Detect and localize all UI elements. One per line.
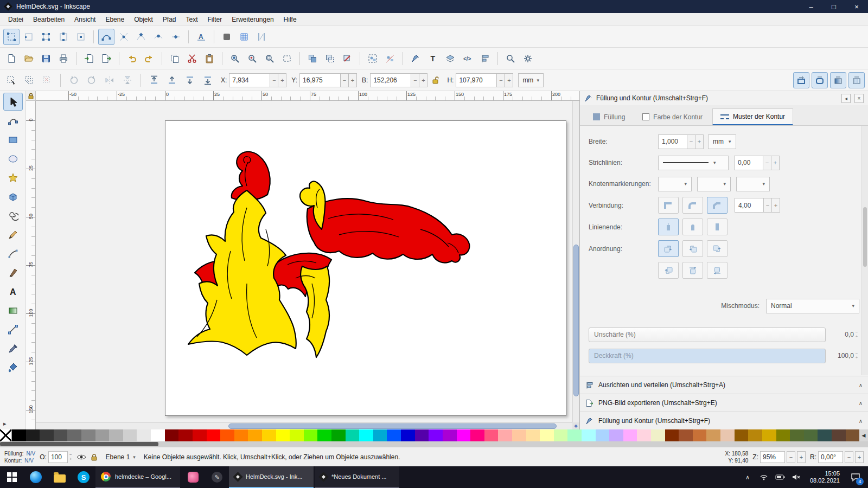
- opacity-spin[interactable]: −+: [854, 351, 859, 360]
- palette-swatch[interactable]: [54, 429, 68, 441]
- palette-swatch[interactable]: [651, 429, 665, 441]
- height-input[interactable]: 107,970: [456, 73, 497, 87]
- snap-smooth-nodes-toggle[interactable]: [150, 29, 167, 45]
- order-button-1[interactable]: [658, 240, 679, 257]
- scale-patterns-toggle[interactable]: [848, 72, 865, 88]
- vertical-ruler[interactable]: 0255075100125150: [26, 101, 36, 429]
- snap-path-intersections-toggle[interactable]: [116, 29, 132, 45]
- palette-scroll-thumb[interactable]: [0, 442, 158, 446]
- export-button[interactable]: [98, 50, 114, 67]
- menu-item-erweiterungen[interactable]: Erweiterungen: [227, 14, 278, 25]
- palette-swatch[interactable]: [81, 429, 95, 441]
- scale-gradients-toggle[interactable]: [830, 72, 846, 88]
- palette-swatch[interactable]: [262, 429, 276, 441]
- zoom-drawing-button[interactable]: [244, 50, 260, 67]
- spin-plus[interactable]: +: [771, 156, 780, 170]
- snap-bbox-edges-toggle[interactable]: [21, 29, 37, 45]
- xml-editor-button[interactable]: </>: [459, 50, 476, 67]
- network-tray-icon[interactable]: [757, 466, 771, 488]
- palette-swatch[interactable]: [776, 429, 790, 441]
- palette-swatch[interactable]: [234, 429, 248, 441]
- tray-expand-button[interactable]: ∧: [741, 466, 755, 488]
- group-button[interactable]: [365, 50, 381, 67]
- palette-swatch[interactable]: [151, 429, 165, 441]
- palette-swatch[interactable]: [582, 429, 596, 441]
- width-input[interactable]: 152,206: [370, 73, 411, 87]
- blur-value[interactable]: 0,0: [826, 331, 854, 338]
- fill-stroke-dialog-button[interactable]: [407, 50, 424, 67]
- palette-swatch[interactable]: [457, 429, 471, 441]
- stroke-unit-dropdown[interactable]: mm ▾: [708, 134, 736, 149]
- spiral-tool[interactable]: [3, 207, 23, 224]
- canvas[interactable]: ◆: [36, 101, 579, 429]
- palette-swatch[interactable]: [443, 429, 457, 441]
- dash-offset-input[interactable]: 0,00: [734, 156, 763, 170]
- palette-swatch[interactable]: [193, 429, 207, 441]
- skype-taskbar-icon[interactable]: S: [72, 466, 95, 488]
- dock-scroll-thumb[interactable]: [863, 207, 867, 267]
- palette-swatch[interactable]: [178, 429, 193, 441]
- palette-swatch[interactable]: [846, 429, 860, 441]
- rotation-plus-button[interactable]: +: [855, 451, 864, 463]
- toolbox-expander[interactable]: ▸: [3, 420, 7, 427]
- palette-swatch[interactable]: [735, 429, 749, 441]
- explorer-taskbar-icon[interactable]: [48, 466, 72, 488]
- spin-plus[interactable]: +: [695, 134, 704, 149]
- menu-item-ansicht[interactable]: Ansicht: [69, 14, 100, 25]
- scale-corners-toggle[interactable]: [812, 72, 828, 88]
- miter-limit-input[interactable]: 4,00: [735, 198, 764, 213]
- current-layer-dropdown[interactable]: Ebene 1 ▾: [102, 451, 139, 464]
- palette-swatch[interactable]: [498, 429, 512, 441]
- dock-close-button[interactable]: ×: [854, 94, 864, 103]
- tab-fuellung[interactable]: Füllung: [585, 108, 633, 125]
- palette-swatch[interactable]: [26, 429, 40, 441]
- palette-swatch[interactable]: [304, 429, 318, 441]
- palette-swatch[interactable]: [276, 429, 290, 441]
- pinned-app-icon-2[interactable]: ✎: [205, 466, 229, 488]
- dropper-tool[interactable]: [3, 339, 23, 357]
- zoom-input[interactable]: 95%: [760, 451, 785, 463]
- snap-bbox-midpoints-toggle[interactable]: [55, 29, 72, 45]
- battery-tray-icon[interactable]: [773, 466, 787, 488]
- text-tool[interactable]: A: [3, 282, 23, 300]
- order-button-3[interactable]: [707, 240, 727, 257]
- order-button-5[interactable]: [682, 262, 703, 279]
- select-all-layers-button[interactable]: [21, 72, 37, 88]
- palette-swatch[interactable]: [40, 429, 54, 441]
- menu-item-pfad[interactable]: Pfad: [158, 14, 181, 25]
- png-export-panel-header[interactable]: PNG-Bild exportieren (Umschalt+Strg+E) ∧: [580, 394, 868, 412]
- palette-swatch[interactable]: [109, 429, 123, 441]
- palette-swatch[interactable]: [484, 429, 499, 441]
- palette-swatch[interactable]: [290, 429, 304, 441]
- taskbar-window-inkscape-helmdeck[interactable]: HelmDeck.svg - Ink...: [229, 466, 314, 488]
- open-document-button[interactable]: [21, 50, 37, 67]
- palette-swatch[interactable]: [818, 429, 832, 441]
- layer-visibility-toggle[interactable]: [76, 453, 86, 461]
- palette-swatch[interactable]: [665, 429, 679, 441]
- snap-bbox-centers-toggle[interactable]: [73, 29, 89, 45]
- rotate-cw-button[interactable]: [84, 72, 100, 88]
- menu-item-datei[interactable]: Datei: [3, 14, 28, 25]
- align-dialog-button[interactable]: [477, 50, 493, 67]
- palette-swatch[interactable]: [207, 429, 221, 441]
- helmdecke-drawing[interactable]: [165, 121, 567, 416]
- ellipse-tool[interactable]: [3, 150, 23, 168]
- zoom-page-button[interactable]: [261, 50, 278, 67]
- paint-bucket-tool[interactable]: [3, 358, 23, 376]
- import-button[interactable]: [81, 50, 97, 67]
- canvas-horizontal-scrollbar[interactable]: [36, 422, 572, 429]
- maximize-button[interactable]: □: [822, 0, 845, 13]
- palette-swatch[interactable]: [95, 429, 110, 441]
- palette-swatch[interactable]: [248, 429, 262, 441]
- join-miter-button[interactable]: [658, 197, 679, 214]
- selector-tool[interactable]: [3, 93, 23, 111]
- palette-swatch[interactable]: [373, 429, 387, 441]
- palette-swatch[interactable]: [137, 429, 151, 441]
- snap-page-border-toggle[interactable]: [219, 29, 235, 45]
- raise-to-top-button[interactable]: [146, 72, 162, 88]
- minimize-button[interactable]: –: [800, 0, 822, 13]
- select-all-button[interactable]: [3, 72, 20, 88]
- palette-swatch[interactable]: [623, 429, 637, 441]
- palette-swatch[interactable]: [123, 429, 137, 441]
- tab-muster-der-kontur[interactable]: Muster der Kontur: [712, 108, 793, 125]
